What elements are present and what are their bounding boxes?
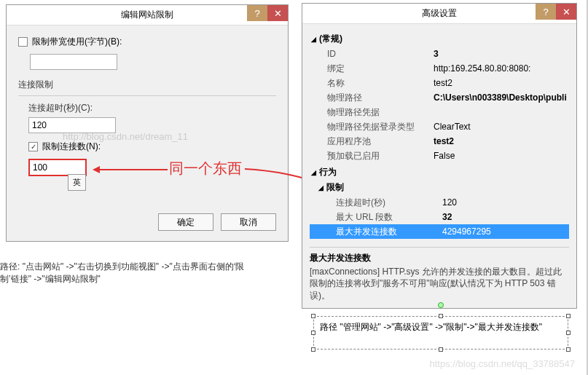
prop-app-pool[interactable]: 应用程序池test2 <box>310 134 569 149</box>
annotation-text: 同一个东西 <box>169 159 242 178</box>
prop-physical-path[interactable]: 物理路径C:\Users\n003389\Desktop\publi <box>310 90 569 105</box>
prop-name[interactable]: 名称test2 <box>310 76 569 90</box>
rotate-handle-icon[interactable] <box>438 302 444 308</box>
resize-handle[interactable] <box>439 314 443 318</box>
collapse-icon: ◢ <box>311 36 316 43</box>
cancel-button[interactable]: 取消 <box>221 213 276 231</box>
prop-preload[interactable]: 预加载已启用False <box>310 149 569 163</box>
prop-phys-login[interactable]: 物理路径凭据登录类型ClearText <box>310 119 569 134</box>
timeout-input[interactable]: 120 <box>28 117 116 133</box>
resize-handle[interactable] <box>311 314 315 318</box>
dialog-title: 高级设置 <box>422 7 457 20</box>
arrow-left-icon <box>95 169 168 170</box>
ime-indicator[interactable]: 英 <box>68 174 86 191</box>
help-button[interactable]: ? <box>536 4 556 20</box>
collapse-icon: ◢ <box>311 169 316 176</box>
bandwidth-checkbox[interactable] <box>18 37 28 47</box>
property-grid: ◢(常规) ID3 绑定http:169.254.80.80:8080: 名称t… <box>310 30 569 241</box>
divider <box>18 95 276 96</box>
prop-timeout[interactable]: 连接超时(秒)120 <box>310 195 569 210</box>
description-panel: 最大并发连接数 [maxConnections] HTTP.sys 允许的并发连… <box>310 247 569 302</box>
prop-id[interactable]: ID3 <box>310 47 569 61</box>
bandwidth-label: 限制带宽使用(字节)(B): <box>32 36 122 48</box>
close-button[interactable]: ✕ <box>267 5 288 21</box>
bandwidth-input[interactable] <box>30 54 117 70</box>
path-text-left: 路径: "点击网站" ->"右击切换到功能视图" ->"点击界面右侧的‘限制’链… <box>0 261 248 285</box>
group-general[interactable]: ◢(常规) <box>311 33 569 45</box>
advanced-settings-dialog: 高级设置 ? ✕ ◢(常规) ID3 绑定http:169.254.80.80:… <box>302 3 577 309</box>
help-button[interactable]: ? <box>247 5 267 21</box>
resize-handle[interactable] <box>311 331 315 335</box>
collapse-icon: ◢ <box>318 184 324 192</box>
group-behavior[interactable]: ◢行为 <box>311 166 569 178</box>
group-limit[interactable]: ◢限制 <box>318 181 569 194</box>
path-text-right: 路径 "管理网站" ->"高级设置" ->"限制"->"最大并发连接数" <box>320 322 542 332</box>
prop-phys-cred[interactable]: 物理路径凭据 <box>310 105 569 119</box>
watermark: https://blog.csdn.net/qq_33788547 <box>430 358 576 369</box>
dialog-title: 编辑网站限制 <box>121 9 173 21</box>
resize-handle[interactable] <box>566 314 571 318</box>
titlebar[interactable]: 高级设置 ? ✕ <box>302 4 576 24</box>
limit-conn-checkbox[interactable]: ✓ <box>28 142 38 151</box>
connection-limit-group: 连接限制 <box>18 79 276 91</box>
prop-max-connections[interactable]: 最大并发连接数4294967295 <box>310 224 569 239</box>
resize-handle[interactable] <box>566 331 571 335</box>
resize-handle[interactable] <box>566 347 571 352</box>
path-text-right-box[interactable]: 路径 "管理网站" ->"高级设置" ->"限制"->"最大并发连接数" <box>313 316 568 350</box>
desc-text: [maxConnections] HTTP.sys 允许的并发连接的最大数目。超… <box>310 266 569 302</box>
resize-handle[interactable] <box>439 347 443 352</box>
prop-binding[interactable]: 绑定http:169.254.80.80:8080: <box>310 61 569 76</box>
titlebar[interactable]: 编辑网站限制 ? ✕ <box>7 5 288 25</box>
resize-handle[interactable] <box>311 347 315 352</box>
close-button[interactable]: ✕ <box>556 4 576 20</box>
timeout-label: 连接超时(秒)(C): <box>28 102 276 114</box>
prop-max-url[interactable]: 最大 URL 段数32 <box>310 210 569 224</box>
desc-title: 最大并发连接数 <box>310 252 569 264</box>
prop-max-bandwidth[interactable]: 最大带宽(字节/秒)4294967295 <box>310 239 569 241</box>
edit-site-limits-dialog: 编辑网站限制 ? ✕ 限制带宽使用(字节)(B): 连接限制 连接超时(秒)(C… <box>6 4 289 242</box>
ok-button[interactable]: 确定 <box>158 213 213 231</box>
limit-conn-label: 限制连接数(N): <box>42 141 101 153</box>
